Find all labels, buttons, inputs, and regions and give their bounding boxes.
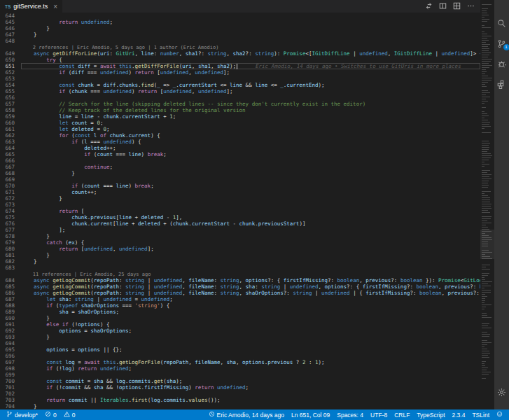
line-number[interactable]: 678 [0, 233, 21, 239]
line-number[interactable]: 686 [0, 290, 21, 296]
line-number[interactable]: 652 [0, 69, 21, 76]
line-number[interactable]: 661 [0, 126, 21, 132]
line-number[interactable]: 699 [0, 372, 21, 378]
status-cursor-position[interactable]: Ln 651, Col 09 [288, 412, 333, 419]
line-number[interactable]: 679 [0, 239, 21, 246]
line-number[interactable]: 647 [0, 31, 21, 38]
code-row[interactable]: 683 [0, 265, 480, 271]
code-row[interactable]: 645 return undefined; [0, 19, 480, 25]
line-number[interactable]: 651 [0, 63, 21, 69]
line-number[interactable]: 659 [0, 113, 21, 120]
line-number[interactable]: 645 [0, 19, 21, 25]
line-number[interactable]: 675 [0, 214, 21, 220]
code-row[interactable]: 693 } [0, 334, 480, 340]
code-row[interactable]: 699 [0, 372, 480, 378]
code-row[interactable]: 695 options = options || {}; [0, 346, 480, 353]
code-row[interactable]: 678 } [0, 233, 480, 239]
code-row[interactable]: 690 } [0, 315, 480, 321]
code-row[interactable]: 685 async getLogCommit(repoPath: string … [0, 284, 480, 290]
code-row[interactable]: 689 sha = shaOrOptions; [0, 309, 480, 315]
code-row[interactable]: 686 async getLogCommit(repoPath: string … [0, 290, 480, 296]
code-row[interactable]: 691 else if (!options) { [0, 321, 480, 328]
status-errors[interactable]: 0 [41, 411, 60, 419]
code-row[interactable]: 655 if (chunk === undefined) return [und… [0, 88, 480, 94]
activitybar-debug-icon[interactable] [497, 59, 507, 69]
line-number[interactable]: 654 [0, 82, 21, 88]
code-row[interactable]: 671 count++; [0, 189, 480, 195]
line-number[interactable]: 650 [0, 57, 21, 63]
minimap[interactable] [480, 0, 494, 410]
code-row[interactable]: 653 [0, 76, 480, 82]
minimap-slider[interactable] [480, 230, 494, 259]
code-row[interactable]: 672 } [0, 195, 480, 202]
line-number[interactable]: 689 [0, 309, 21, 315]
line-number[interactable]: 690 [0, 315, 21, 321]
status-typescript-version[interactable]: 2.3.4 [449, 412, 469, 419]
line-number[interactable] [0, 271, 21, 277]
status-feedback[interactable] [493, 411, 506, 419]
line-number[interactable]: 683 [0, 265, 21, 271]
line-number[interactable]: 696 [0, 353, 21, 359]
open-changes-icon[interactable] [425, 0, 433, 13]
line-number[interactable]: 646 [0, 25, 21, 31]
code-row[interactable]: 644 [0, 13, 480, 19]
line-number[interactable]: 658 [0, 107, 21, 113]
line-number[interactable]: 693 [0, 334, 21, 340]
code-row[interactable]: 648 [0, 38, 480, 44]
line-number[interactable]: 669 [0, 176, 21, 183]
line-number[interactable]: 684 [0, 277, 21, 284]
code-row[interactable]: 661 let deleted = 0; [0, 126, 480, 132]
line-number[interactable]: 695 [0, 346, 21, 353]
codelens-row[interactable]: 2 references | Eric Amodio, 5 days ago |… [0, 44, 480, 50]
activitybar-extensions-icon[interactable] [497, 79, 507, 89]
status-language-mode[interactable]: TypeScript [413, 412, 448, 419]
code-row[interactable]: 702 [0, 391, 480, 397]
line-number[interactable]: 660 [0, 120, 21, 126]
code-row[interactable]: 649 async getDiffForLine(uri: GitUri, li… [0, 50, 480, 57]
line-number[interactable]: 685 [0, 284, 21, 290]
code-row[interactable]: 680 return [undefined, undefined]; [0, 246, 480, 252]
code-row[interactable]: 700 const commit = sha && log.commits.ge… [0, 378, 480, 384]
tab-gitservice-ts[interactable]: TS gitService.ts × [0, 0, 62, 13]
code-row[interactable]: 696 [0, 353, 480, 359]
line-number[interactable]: 657 [0, 101, 21, 107]
code-row[interactable]: 652 if (diff === undefined) return [unde… [0, 69, 480, 76]
line-number[interactable]: 682 [0, 258, 21, 265]
code-row[interactable]: 673 [0, 202, 480, 208]
line-number[interactable]: 702 [0, 391, 21, 397]
line-number[interactable]: 691 [0, 321, 21, 328]
line-number[interactable]: 663 [0, 139, 21, 145]
line-number[interactable]: 656 [0, 94, 21, 101]
line-number[interactable]: 681 [0, 252, 21, 258]
code-row[interactable]: 670 if (count === line) break; [0, 183, 480, 189]
line-number[interactable]: 701 [0, 384, 21, 391]
code-row[interactable]: 682 } [0, 258, 480, 265]
status-encoding[interactable]: UTF-8 [367, 412, 391, 419]
code-row[interactable]: 675 chunk.previous[line + deleted - 1], [0, 214, 480, 220]
line-number[interactable]: 672 [0, 195, 21, 202]
code-row[interactable]: 665 if (count === line) break; [0, 151, 480, 158]
status-warnings[interactable]: 0 [60, 411, 79, 419]
code-row[interactable]: 667 continue; [0, 164, 480, 170]
code-row[interactable]: 694 [0, 340, 480, 346]
activitybar-settings-icon[interactable] [497, 387, 507, 397]
code-editor[interactable]: 644645 return undefined;646 }647 }648 2 … [0, 13, 480, 410]
codelens-row[interactable]: 11 references | Eric Amodio, 25 days ago [0, 271, 480, 277]
line-number[interactable]: 653 [0, 76, 21, 82]
code-row[interactable]: 679 catch (ex) { [0, 239, 480, 246]
code-row[interactable]: 687 let sha: string | undefined = undefi… [0, 296, 480, 302]
code-row[interactable]: 674 return [ [0, 208, 480, 214]
line-number[interactable]: 704 [0, 403, 21, 410]
code-row[interactable]: 659 line = line - chunk.currentStart + 1… [0, 113, 480, 120]
line-number[interactable]: 648 [0, 38, 21, 44]
line-number[interactable]: 666 [0, 158, 21, 164]
line-number[interactable]: 668 [0, 170, 21, 176]
code-row[interactable]: 647 } [0, 31, 480, 38]
code-row[interactable]: 701 if (!commit && sha && !options.first… [0, 384, 480, 391]
code-row[interactable]: 677 ]; [0, 227, 480, 233]
code-row[interactable]: 657 // Search for the line (skipping del… [0, 101, 480, 107]
code-row[interactable]: 668 } [0, 170, 480, 176]
line-number[interactable]: 673 [0, 202, 21, 208]
status-tslint[interactable]: TSLint [468, 412, 493, 419]
line-number[interactable]: 674 [0, 208, 21, 214]
